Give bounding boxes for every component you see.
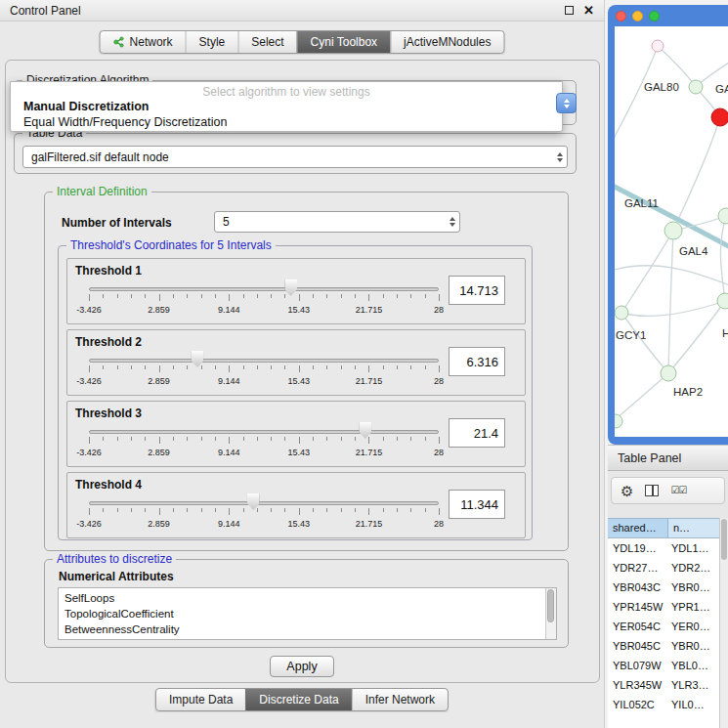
table-scrollbar-thumb[interactable] — [721, 519, 727, 560]
network-node[interactable] — [689, 80, 703, 94]
list-scrollbar-thumb[interactable] — [547, 589, 554, 622]
tick-mark — [355, 294, 356, 298]
tick-mark — [368, 294, 369, 301]
table-row[interactable]: YBL079WYBL0… — [608, 656, 728, 675]
network-node[interactable] — [718, 208, 728, 224]
algorithm-option-equal-width-frequency-discretization[interactable]: Equal Width/Frequency Discretization — [11, 114, 562, 130]
network-edge[interactable] — [621, 301, 725, 316]
network-edge[interactable] — [668, 301, 725, 373]
slider-ticks — [89, 365, 439, 373]
table-scrollbar[interactable] — [719, 518, 728, 728]
table-row[interactable]: YBR043CYBR0… — [608, 578, 728, 597]
threshold-slider[interactable]: -3.4262.8599.14415.4321.71528 — [89, 352, 439, 391]
network-node[interactable] — [615, 414, 622, 428]
tick-mark — [89, 437, 90, 444]
tick-mark — [313, 365, 314, 369]
mac-minimize-icon[interactable] — [632, 11, 643, 21]
attribute-item-selfloops[interactable]: SelfLoops — [59, 588, 556, 606]
network-edge[interactable] — [621, 313, 668, 373]
columns-icon[interactable] — [645, 485, 659, 496]
threshold-value-field[interactable]: 11.344 — [449, 490, 505, 519]
column-header-0[interactable]: shared… — [608, 519, 668, 537]
threshold-label: Threshold 2 — [75, 335, 142, 349]
tab-discretize-data[interactable]: Discretize Data — [245, 689, 351, 710]
tick-mark — [145, 437, 146, 441]
numerical-attributes-list[interactable]: SelfLoopsTopologicalCoefficientBetweenne… — [58, 587, 557, 640]
tick-mark — [425, 437, 426, 441]
tick-mark — [383, 294, 384, 298]
select-columns-icon[interactable]: ☑☑ — [670, 486, 686, 495]
mac-zoom-icon[interactable] — [649, 11, 660, 21]
tab-select[interactable]: Select — [237, 31, 296, 53]
threshold-label: Threshold 1 — [75, 264, 142, 278]
tick-mark — [103, 365, 104, 369]
scale-label: 21.715 — [356, 376, 383, 386]
list-scrollbar[interactable] — [545, 588, 556, 639]
stepper-down-icon — [564, 105, 570, 108]
table-row[interactable]: YPR145WYPR1… — [608, 597, 728, 617]
algorithm-option-manual-discretization[interactable]: Manual Discretization — [11, 99, 562, 114]
tick-mark — [355, 437, 356, 441]
table-row[interactable]: YBR045CYBR0… — [608, 636, 728, 656]
table-row[interactable]: YIL052CYIL0… — [608, 695, 728, 714]
number-of-intervals-combo[interactable]: 5 — [214, 211, 460, 233]
attributes-items: SelfLoopsTopologicalCoefficientBetweenne… — [59, 588, 556, 637]
network-node[interactable] — [717, 293, 728, 309]
threshold-value-field[interactable]: 14.713 — [449, 276, 505, 305]
tab-cyni-toolbox[interactable]: Cyni Toolbox — [297, 31, 390, 53]
threshold-value-field[interactable]: 21.4 — [449, 418, 505, 448]
tab-network[interactable]: Network — [101, 31, 186, 53]
network-node[interactable] — [661, 365, 676, 381]
tab-impute-data[interactable]: Impute Data — [156, 689, 245, 710]
tick-mark — [341, 508, 342, 512]
dropdown-placeholder: Select algorithm to view settings — [11, 85, 562, 99]
network-edge[interactable] — [621, 231, 673, 313]
threshold-slider[interactable]: -3.4262.8599.14415.4321.71528 — [89, 280, 439, 320]
threshold-slider[interactable]: -3.4262.8599.14415.4321.71528 — [89, 494, 439, 534]
table-data-combo-value: galFiltered.sif default node — [31, 150, 557, 164]
attributes-group-title: Attributes to discretize — [53, 552, 176, 566]
table-row[interactable]: YER054CYER0… — [608, 617, 728, 636]
tab-jactivemnodules[interactable]: jActiveMNodules — [390, 31, 503, 53]
tick-mark — [131, 365, 132, 369]
tab-label: Discretize Data — [259, 693, 338, 707]
threshold-value-field[interactable]: 6.316 — [449, 347, 505, 376]
threshold-slider[interactable]: -3.4262.8599.14415.4321.71528 — [89, 423, 439, 462]
tab-label: jActiveMNodules — [404, 35, 491, 49]
network-edge[interactable] — [673, 117, 720, 231]
table-row[interactable]: YDL19…YDL1… — [608, 538, 728, 558]
apply-button[interactable]: Apply — [270, 656, 334, 677]
tick-mark — [355, 365, 356, 369]
tick-mark — [299, 508, 300, 515]
attribute-item-topologicalcoefficient[interactable]: TopologicalCoefficient — [59, 606, 556, 621]
tab-style[interactable]: Style — [186, 31, 238, 53]
table-row[interactable]: YDR27…YDR2… — [608, 558, 728, 578]
mac-close-icon[interactable] — [616, 11, 626, 21]
tick-mark — [201, 508, 202, 512]
scale-label: 15.43 — [288, 376, 311, 386]
network-edge[interactable] — [616, 373, 668, 419]
selected-node[interactable] — [711, 108, 728, 126]
tick-mark — [383, 365, 384, 369]
network-node[interactable] — [664, 222, 682, 239]
close-icon[interactable]: ✕ — [583, 4, 594, 17]
number-of-intervals-value: 5 — [223, 215, 450, 229]
network-edge[interactable] — [668, 231, 673, 373]
network-edge[interactable] — [615, 46, 658, 144]
tick-mark — [299, 294, 300, 301]
float-panel-icon[interactable] — [565, 6, 574, 15]
network-node[interactable] — [652, 40, 664, 52]
tick-mark — [397, 508, 398, 512]
algorithm-combo-stepper[interactable] — [556, 93, 577, 113]
table-data-combo[interactable]: galFiltered.sif default node — [22, 146, 568, 168]
attributes-to-discretize-group: Attributes to discretize Numerical Attri… — [44, 559, 569, 648]
tick-mark — [341, 365, 342, 369]
network-canvas[interactable]: GAL80GAGAL11GAL4GCY1HHAP2 — [615, 26, 728, 437]
attribute-item-betweennesscentrality[interactable]: BetweennessCentrality — [59, 621, 556, 637]
network-edge[interactable] — [720, 216, 726, 301]
gear-icon[interactable]: ⚙ — [621, 484, 633, 498]
network-node[interactable] — [615, 306, 628, 320]
tab-infer-network[interactable]: Infer Network — [352, 689, 448, 710]
table-row[interactable]: YLR345WYLR3… — [608, 675, 728, 695]
network-tab-icon — [113, 36, 125, 48]
